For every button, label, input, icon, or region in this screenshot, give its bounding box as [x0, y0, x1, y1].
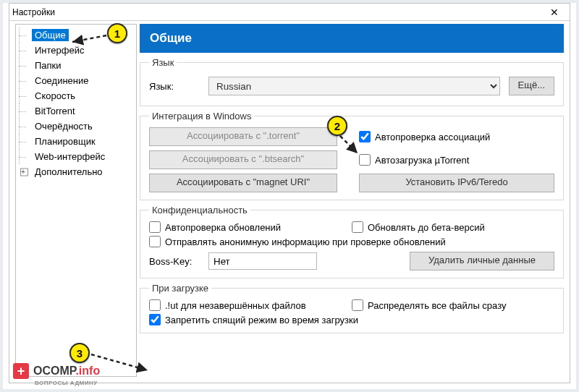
callout-badge-1: 1 — [107, 23, 127, 43]
sidebar-item-advanced[interactable]: Дополнительно — [17, 164, 135, 179]
sidebar-item-label: Скорость — [32, 90, 78, 102]
boss-key-input[interactable] — [208, 252, 317, 270]
sidebar-tree: Общие Интерфейс Папки Соединение Скорост… — [15, 24, 137, 377]
checkbox-label: Отправлять анонимную информацию при пров… — [165, 237, 446, 247]
group-legend: При загрузке — [149, 283, 211, 294]
checkbox-label: Обновлять до бета-версий — [368, 222, 485, 233]
assoc-magnet-button[interactable]: Ассоциировать с "magnet URI" — [149, 174, 337, 192]
auto-check-updates-input[interactable] — [149, 221, 161, 233]
delete-personal-button[interactable]: Удалить личные данные — [410, 252, 554, 270]
sidebar-item-interface[interactable]: Интерфейс — [17, 43, 135, 58]
language-more-button[interactable]: Ещё... — [509, 77, 554, 95]
update-beta-checkbox[interactable]: Обновлять до бета-версий — [352, 221, 554, 233]
group-downloading: При загрузке .!ut для незавершённых файл… — [140, 283, 564, 333]
sidebar-item-label: Интерфейс — [32, 44, 87, 56]
assoc-torrent-button[interactable]: Ассоциировать с ".torrent" — [149, 127, 337, 146]
autoload-utorrent-input[interactable] — [359, 154, 371, 166]
auto-check-assoc-checkbox[interactable]: Автопроверка ассоциаций — [359, 131, 554, 142]
watermark: + OCOMP.info — [13, 363, 100, 379]
sidebar-item-label: Дополнительно — [32, 166, 106, 178]
ut-incomplete-checkbox[interactable]: .!ut для незавершённых файлов — [149, 299, 330, 311]
callout-badge-3: 3 — [69, 343, 90, 363]
watermark-suffix: .info — [75, 365, 100, 377]
titlebar: Настройки ✕ — [9, 4, 570, 21]
close-icon: ✕ — [550, 7, 559, 18]
settings-window: Настройки ✕ Общие Интерфейс Папки — [9, 3, 570, 383]
sidebar-item-label: Web-интерфейс — [32, 150, 108, 163]
checkbox-label: .!ut для незавершённых файлов — [165, 300, 306, 311]
sidebar-item-folders[interactable]: Папки — [17, 58, 135, 73]
checkbox-label: Запретить спящий режим во время загрузки — [165, 315, 358, 325]
group-legend: Конфиденциальность — [149, 205, 250, 216]
allocate-all-checkbox[interactable]: Распределять все файлы сразу — [352, 299, 554, 311]
sidebar-item-label: Общие — [32, 29, 69, 41]
checkbox-label: Автопроверка ассоциаций — [375, 132, 490, 142]
send-anon-checkbox[interactable]: Отправлять анонимную информацию при пров… — [149, 236, 554, 247]
language-select[interactable]: Russian — [208, 77, 500, 95]
update-beta-input[interactable] — [352, 221, 363, 233]
auto-check-updates-checkbox[interactable]: Автопроверка обновлений — [149, 221, 330, 233]
sidebar-item-scheduler[interactable]: Планировщик — [17, 134, 135, 149]
group-integration: Интеграция в Windows Ассоциировать с ".t… — [140, 111, 564, 200]
sidebar-item-label: Папки — [32, 59, 64, 72]
ut-incomplete-input[interactable] — [149, 299, 161, 311]
group-language: Язык Язык: Russian Ещё... — [140, 57, 564, 106]
assoc-btsearch-button[interactable]: Ассоциировать с ".btsearch" — [149, 150, 337, 169]
send-anon-input[interactable] — [149, 236, 161, 247]
language-label: Язык: — [149, 81, 200, 92]
watermark-plus-icon: + — [13, 363, 29, 379]
section-header: Общие — [140, 24, 564, 53]
checkbox-label: Автопроверка обновлений — [165, 222, 281, 233]
close-button[interactable]: ✕ — [542, 4, 567, 20]
auto-check-assoc-input[interactable] — [359, 131, 371, 142]
sidebar-item-queueing[interactable]: Очерёдность — [17, 119, 135, 134]
checkbox-label: Автозагрузка µTorrent — [375, 155, 469, 166]
install-teredo-button[interactable]: Установить IPv6/Teredo — [359, 174, 554, 192]
allocate-all-input[interactable] — [352, 299, 363, 311]
watermark-sub: ВОПРОСЫ АДМИНУ — [35, 380, 98, 386]
main-panel: Общие Язык Язык: Russian Ещё... Интеграц… — [140, 24, 564, 377]
group-legend: Интеграция в Windows — [149, 111, 254, 122]
sidebar-item-speed[interactable]: Скорость — [17, 88, 135, 103]
watermark-brand: OCOMP — [33, 365, 75, 377]
sidebar-item-label: Планировщик — [32, 135, 98, 148]
group-privacy: Конфиденциальность Автопроверка обновлен… — [140, 205, 564, 278]
sidebar-item-connection[interactable]: Соединение — [17, 73, 135, 88]
boss-key-label: Boss-Key: — [149, 256, 200, 267]
sidebar-item-bittorrent[interactable]: BitTorrent — [17, 103, 135, 119]
window-title: Настройки — [12, 7, 542, 17]
sidebar-item-label: Очерёдность — [32, 120, 96, 132]
autoload-utorrent-checkbox[interactable]: Автозагрузка µTorrent — [359, 154, 554, 166]
sidebar-item-label: Соединение — [32, 74, 92, 87]
sidebar-item-webui[interactable]: Web-интерфейс — [17, 149, 135, 164]
callout-badge-2: 2 — [327, 116, 347, 136]
sidebar-item-label: BitTorrent — [32, 105, 78, 117]
prevent-sleep-checkbox[interactable]: Запретить спящий режим во время загрузки — [149, 314, 554, 325]
checkbox-label: Распределять все файлы сразу — [368, 300, 507, 311]
group-legend: Язык — [149, 57, 177, 68]
prevent-sleep-input[interactable] — [149, 314, 161, 325]
